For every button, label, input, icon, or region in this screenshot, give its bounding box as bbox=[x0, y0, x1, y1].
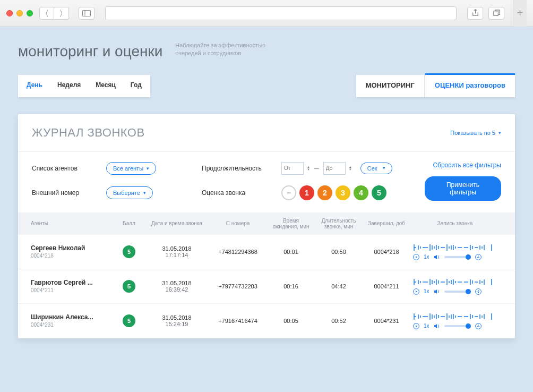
minimize-window-icon[interactable] bbox=[16, 10, 23, 16]
call-duration: 04:42 bbox=[312, 283, 365, 289]
period-day[interactable]: День bbox=[19, 76, 50, 96]
view-tabs: МОНИТОРИНГ ОЦЕНКИ разговоров bbox=[356, 75, 515, 97]
table-row: Ширинкин Алекса... 0004*231 5 31.05.2018… bbox=[18, 304, 515, 338]
rating-4-button[interactable]: 4 bbox=[354, 185, 368, 200]
agents-dropdown[interactable]: Все агенты ▾ bbox=[106, 162, 156, 175]
tab-ratings[interactable]: ОЦЕНКИ разговоров bbox=[425, 75, 515, 97]
volume-slider[interactable] bbox=[444, 291, 471, 293]
address-bar[interactable] bbox=[105, 6, 457, 20]
svg-rect-0 bbox=[83, 10, 91, 16]
range-dash: – bbox=[312, 164, 321, 173]
period-month[interactable]: Месяц bbox=[88, 76, 123, 96]
col-wait: Время ожидания, мин bbox=[270, 218, 312, 229]
wait-time: 00:01 bbox=[270, 249, 312, 255]
period-year[interactable]: Год bbox=[123, 76, 149, 96]
volume-icon[interactable] bbox=[434, 288, 440, 295]
volume-icon[interactable] bbox=[434, 323, 440, 329]
wait-time: 00:05 bbox=[270, 318, 312, 324]
play-icon[interactable] bbox=[413, 254, 419, 260]
score-badge: 5 bbox=[123, 280, 135, 293]
call-duration: 00:50 bbox=[312, 249, 365, 255]
external-number-dropdown[interactable]: Выберите ▾ bbox=[106, 186, 153, 199]
new-tab-button[interactable]: + bbox=[513, 0, 527, 27]
call-date: 31.05.2018 bbox=[148, 245, 206, 252]
duration-to-input[interactable] bbox=[323, 162, 346, 175]
close-window-icon[interactable] bbox=[6, 10, 13, 16]
agents-dropdown-value: Все агенты bbox=[113, 165, 143, 172]
sidebar-toggle-button[interactable] bbox=[79, 7, 94, 20]
waveform-icon[interactable] bbox=[413, 243, 493, 252]
ended-by: 0004*218 bbox=[365, 249, 408, 255]
reset-filters-link[interactable]: Сбросить все фильтры bbox=[433, 161, 501, 169]
call-date: 31.05.2018 bbox=[148, 280, 206, 286]
volume-icon[interactable] bbox=[434, 254, 440, 260]
score-cell: 5 bbox=[110, 245, 148, 258]
chevron-down-icon: ▾ bbox=[143, 190, 146, 195]
duration-unit-value: Сек bbox=[367, 165, 377, 172]
datetime-cell: 31.05.2018 15:24:19 bbox=[148, 314, 206, 327]
col-from: С номера bbox=[206, 220, 270, 226]
duration-from-input[interactable] bbox=[281, 162, 304, 175]
call-time: 16:39:42 bbox=[148, 286, 206, 293]
play-icon[interactable] bbox=[413, 288, 419, 295]
from-number: +74812294368 bbox=[206, 249, 270, 255]
rating-minus-button[interactable]: − bbox=[281, 185, 296, 200]
duration-unit-dropdown[interactable]: Сек ▾ bbox=[360, 163, 392, 174]
stepper-icon[interactable]: ▲▼ bbox=[349, 166, 352, 171]
call-time: 15:24:19 bbox=[148, 321, 206, 327]
back-button[interactable]: 〈 bbox=[39, 7, 54, 20]
stepper-icon[interactable]: ▲▼ bbox=[307, 166, 310, 171]
playback-speed[interactable]: 1x bbox=[424, 254, 429, 260]
score-badge: 5 bbox=[123, 245, 135, 258]
agent-cell: Сергеев Николай 0004*218 bbox=[31, 244, 110, 259]
download-icon[interactable] bbox=[475, 288, 482, 295]
chevron-down-icon: ▾ bbox=[383, 165, 385, 172]
filter-external-label: Внешний номер bbox=[32, 189, 96, 197]
browser-chrome: 〈 〉 + bbox=[0, 0, 533, 27]
tab-monitoring[interactable]: МОНИТОРИНГ bbox=[356, 75, 424, 97]
filter-rating-label: Оценка звонка bbox=[202, 189, 271, 197]
score-cell: 5 bbox=[110, 280, 148, 293]
period-week[interactable]: Неделя bbox=[50, 76, 88, 96]
play-icon[interactable] bbox=[413, 323, 419, 329]
table-header: Агенты Балл Дата и время звонка С номера… bbox=[18, 212, 515, 235]
playback-speed[interactable]: 1x bbox=[424, 288, 429, 294]
volume-slider[interactable] bbox=[444, 325, 471, 327]
nav-buttons: 〈 〉 bbox=[39, 7, 69, 20]
call-date: 31.05.2018 bbox=[148, 314, 206, 321]
download-icon[interactable] bbox=[475, 323, 482, 329]
svg-rect-2 bbox=[493, 11, 497, 15]
ended-by: 0004*211 bbox=[365, 283, 408, 289]
rating-2-button[interactable]: 2 bbox=[317, 185, 332, 200]
page-size-dropdown[interactable]: Показывать по 5 ▾ bbox=[450, 130, 501, 136]
table-row: Сергеев Николай 0004*218 5 31.05.2018 17… bbox=[18, 235, 515, 269]
agent-extension: 0004*211 bbox=[31, 287, 110, 293]
rating-3-button[interactable]: 3 bbox=[336, 185, 350, 200]
forward-button[interactable]: 〉 bbox=[54, 7, 69, 20]
wait-time: 00:16 bbox=[270, 283, 312, 289]
waveform-icon[interactable] bbox=[413, 312, 493, 321]
tabs-button[interactable] bbox=[488, 7, 504, 20]
playback-speed[interactable]: 1x bbox=[424, 323, 429, 329]
col-recording: Запись звонка bbox=[408, 220, 502, 226]
call-journal-panel: ЖУРНАЛ ЗВОНКОВ Показывать по 5 ▾ Список … bbox=[18, 114, 515, 338]
recording-cell: 1x bbox=[408, 312, 502, 329]
from-number: +79774732203 bbox=[206, 283, 270, 289]
agent-cell: Ширинкин Алекса... 0004*231 bbox=[31, 313, 110, 328]
waveform-icon[interactable] bbox=[413, 278, 493, 286]
filter-agents-label: Список агентов bbox=[32, 165, 96, 172]
pager-label: Показывать по 5 bbox=[450, 130, 495, 136]
share-button[interactable] bbox=[467, 7, 483, 20]
app-viewport: мониторинг и оценки Наблюдайте за эффект… bbox=[0, 27, 533, 392]
recording-cell: 1x bbox=[408, 278, 502, 295]
chevron-down-icon: ▾ bbox=[147, 166, 149, 171]
volume-slider[interactable] bbox=[444, 256, 471, 258]
apply-filters-button[interactable]: Применить фильтры bbox=[425, 176, 501, 201]
agent-name: Сергеев Николай bbox=[31, 244, 110, 252]
rating-5-button[interactable]: 5 bbox=[372, 185, 386, 200]
download-icon[interactable] bbox=[475, 254, 482, 260]
call-duration: 00:52 bbox=[312, 318, 365, 324]
maximize-window-icon[interactable] bbox=[27, 10, 33, 16]
rating-1-button[interactable]: 1 bbox=[299, 185, 314, 200]
period-segments: День Неделя Месяц Год bbox=[18, 75, 150, 97]
